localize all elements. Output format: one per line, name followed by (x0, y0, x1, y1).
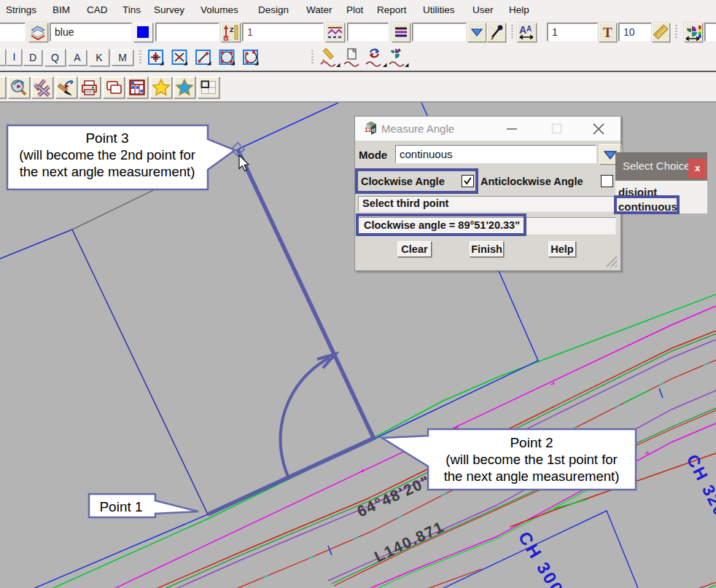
svg-text:CH 300: CH 300 (515, 528, 568, 588)
svg-text:the next angle measurement): the next angle measurement) (444, 469, 620, 484)
svg-text:the next angle measurement): the next angle measurement) (20, 164, 195, 179)
svg-text:d: d (372, 127, 375, 133)
svg-text:Point 1: Point 1 (99, 499, 142, 514)
svg-text:z: z (230, 25, 234, 34)
svg-text:T: T (603, 25, 612, 40)
svg-text:Point 2: Point 2 (510, 435, 553, 450)
svg-text:L140.871: L140.871 (372, 517, 447, 565)
svg-text:A: A (526, 25, 532, 33)
svg-text:12: 12 (365, 126, 372, 133)
svg-text:CH 320.: CH 320. (683, 451, 716, 525)
svg-text:A: A (519, 24, 526, 36)
svg-text:(will become the 2nd point for: (will become the 2nd point for (19, 147, 195, 162)
svg-text:Point 3: Point 3 (85, 130, 128, 146)
svg-text:64°48'20": 64°48'20" (354, 472, 433, 520)
svg-text:(will become the 1st point for: (will become the 1st point for (445, 452, 617, 467)
